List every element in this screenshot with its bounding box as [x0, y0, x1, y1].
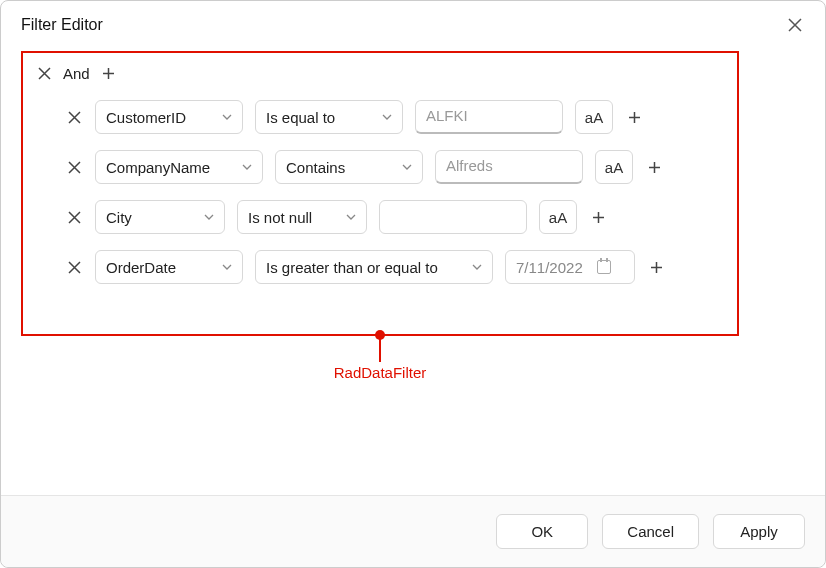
ok-button[interactable]: OK: [496, 514, 588, 549]
group-row: And: [33, 65, 727, 82]
chevron-down-icon: [242, 164, 252, 170]
filter-editor-dialog: Filter Editor And CustomerID Is equal to: [0, 0, 826, 568]
value-input[interactable]: [379, 200, 527, 234]
dialog-footer: OK Cancel Apply: [1, 495, 825, 567]
filter-row: OrderDate Is greater than or equal to 7/…: [33, 250, 727, 284]
remove-row-button[interactable]: [65, 211, 83, 224]
operator-label: Is not null: [248, 209, 312, 226]
close-button[interactable]: [785, 15, 805, 35]
chevron-down-icon: [346, 214, 356, 220]
x-icon: [68, 111, 81, 124]
filter-row: CompanyName Contains Alfreds aA: [33, 150, 727, 184]
operator-selector[interactable]: Is greater than or equal to: [255, 250, 493, 284]
dialog-title: Filter Editor: [21, 16, 103, 34]
field-label: City: [106, 209, 132, 226]
remove-row-button[interactable]: [65, 111, 83, 124]
field-label: OrderDate: [106, 259, 176, 276]
dialog-header: Filter Editor: [1, 1, 825, 47]
operator-label: Is equal to: [266, 109, 335, 126]
field-label: CustomerID: [106, 109, 186, 126]
operator-label: Is greater than or equal to: [266, 259, 438, 276]
operator-selector[interactable]: Is equal to: [255, 100, 403, 134]
x-icon: [38, 67, 51, 80]
field-selector[interactable]: OrderDate: [95, 250, 243, 284]
field-selector[interactable]: City: [95, 200, 225, 234]
operator-label: Contains: [286, 159, 345, 176]
match-case-button[interactable]: aA: [539, 200, 577, 234]
chevron-down-icon: [402, 164, 412, 170]
filter-row: City Is not null aA: [33, 200, 727, 234]
filter-panel: And CustomerID Is equal to ALFKI aA Comp…: [21, 51, 739, 336]
chevron-down-icon: [382, 114, 392, 120]
value-input[interactable]: Alfreds: [435, 150, 583, 184]
add-row-button[interactable]: [645, 161, 663, 174]
match-case-button[interactable]: aA: [575, 100, 613, 134]
value-input[interactable]: ALFKI: [415, 100, 563, 134]
x-icon: [68, 161, 81, 174]
date-value: 7/11/2022: [516, 259, 583, 276]
annotation-line: [379, 334, 381, 362]
plus-icon: [102, 67, 115, 80]
group-operator[interactable]: And: [63, 65, 90, 82]
plus-icon: [648, 161, 661, 174]
add-condition-button[interactable]: [100, 67, 118, 80]
field-selector[interactable]: CompanyName: [95, 150, 263, 184]
add-row-button[interactable]: [625, 111, 643, 124]
annotation-label: RadDataFilter: [334, 364, 427, 381]
filter-row: CustomerID Is equal to ALFKI aA: [33, 100, 727, 134]
add-row-button[interactable]: [589, 211, 607, 224]
remove-row-button[interactable]: [65, 161, 83, 174]
dialog-content: And CustomerID Is equal to ALFKI aA Comp…: [1, 47, 825, 495]
chevron-down-icon: [204, 214, 214, 220]
chevron-down-icon: [222, 114, 232, 120]
plus-icon: [650, 261, 663, 274]
value-date-input[interactable]: 7/11/2022: [505, 250, 635, 284]
match-case-button[interactable]: aA: [595, 150, 633, 184]
remove-row-button[interactable]: [65, 261, 83, 274]
x-icon: [68, 211, 81, 224]
field-selector[interactable]: CustomerID: [95, 100, 243, 134]
x-icon: [68, 261, 81, 274]
plus-icon: [628, 111, 641, 124]
chevron-down-icon: [222, 264, 232, 270]
operator-selector[interactable]: Contains: [275, 150, 423, 184]
operator-selector[interactable]: Is not null: [237, 200, 367, 234]
chevron-down-icon: [472, 264, 482, 270]
apply-button[interactable]: Apply: [713, 514, 805, 549]
add-row-button[interactable]: [647, 261, 665, 274]
remove-group-button[interactable]: [35, 67, 53, 80]
cancel-button[interactable]: Cancel: [602, 514, 699, 549]
plus-icon: [592, 211, 605, 224]
field-label: CompanyName: [106, 159, 210, 176]
calendar-icon: [597, 260, 611, 274]
close-icon: [788, 18, 802, 32]
